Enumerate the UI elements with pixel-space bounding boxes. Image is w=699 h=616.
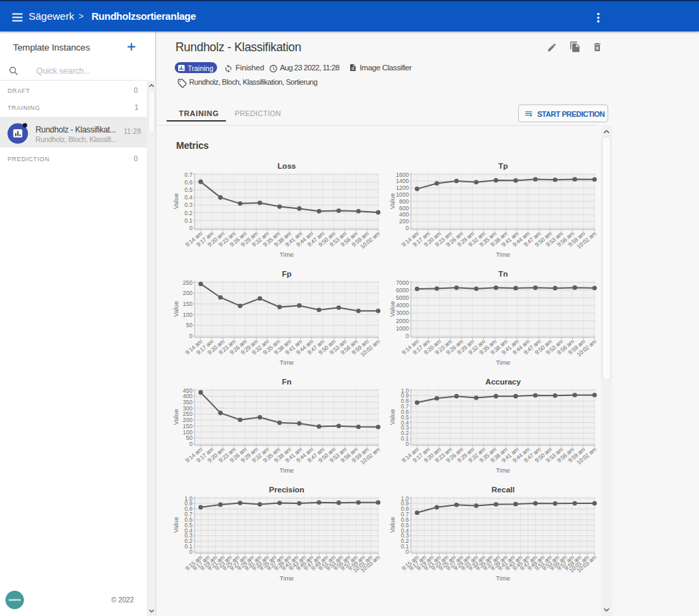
svg-text:600: 600 (399, 205, 409, 212)
svg-text:Time: Time (496, 251, 511, 258)
svg-text:0.1: 0.1 (184, 217, 192, 224)
svg-text:Time: Time (496, 466, 511, 474)
svg-text:0: 0 (405, 333, 409, 339)
svg-text:Tp: Tp (498, 162, 508, 170)
svg-text:Value: Value (172, 301, 180, 318)
svg-text:0.7: 0.7 (184, 171, 192, 178)
svg-text:1000: 1000 (396, 325, 409, 332)
svg-text:1.0: 1.0 (401, 387, 409, 394)
svg-text:250: 250 (183, 279, 192, 286)
svg-text:Value: Value (172, 193, 180, 210)
svg-text:Precision: Precision (269, 486, 304, 494)
svg-text:6000: 6000 (396, 287, 409, 294)
svg-text:0: 0 (405, 225, 409, 232)
svg-text:5000: 5000 (396, 294, 409, 301)
svg-text:Value: Value (172, 517, 180, 533)
svg-text:0: 0 (189, 333, 192, 339)
svg-text:Time: Time (280, 466, 294, 474)
svg-text:4000: 4000 (396, 302, 409, 309)
svg-text:Time: Time (496, 359, 511, 366)
svg-text:Accuracy: Accuracy (485, 378, 521, 386)
svg-text:150: 150 (183, 300, 192, 307)
svg-text:Time: Time (496, 574, 511, 582)
svg-text:Time: Time (280, 574, 294, 582)
svg-text:400: 400 (399, 211, 409, 218)
svg-text:300: 300 (183, 405, 192, 412)
svg-text:50: 50 (186, 322, 193, 328)
svg-text:0.5: 0.5 (184, 186, 192, 193)
svg-text:Fn: Fn (282, 378, 291, 386)
svg-text:450: 450 (183, 387, 192, 394)
svg-text:350: 350 (183, 399, 192, 406)
svg-text:0: 0 (189, 225, 192, 232)
svg-text:2000: 2000 (396, 318, 409, 324)
svg-text:1200: 1200 (396, 184, 409, 191)
svg-text:150: 150 (183, 423, 192, 430)
svg-text:Value: Value (388, 301, 396, 318)
svg-text:200: 200 (183, 290, 192, 296)
svg-text:1400: 1400 (396, 178, 409, 184)
svg-text:SIEMENS: SIEMENS (8, 598, 20, 602)
svg-text:Tn: Tn (498, 270, 508, 278)
svg-text:Recall: Recall (491, 486, 515, 494)
svg-text:Time: Time (280, 251, 294, 258)
svg-text:Value: Value (388, 517, 396, 533)
svg-text:0.6: 0.6 (184, 179, 192, 186)
svg-text:0: 0 (189, 440, 192, 447)
svg-text:200: 200 (183, 417, 192, 423)
svg-text:Fp: Fp (282, 270, 291, 278)
svg-text:1000: 1000 (396, 191, 409, 198)
svg-text:1.0: 1.0 (184, 495, 192, 502)
svg-text:400: 400 (183, 393, 192, 400)
svg-text:Time: Time (280, 359, 294, 366)
svg-text:3000: 3000 (396, 309, 409, 316)
svg-text:200: 200 (399, 218, 409, 225)
svg-text:0.3: 0.3 (184, 201, 192, 208)
svg-text:0.2: 0.2 (184, 210, 192, 216)
svg-text:Value: Value (172, 409, 180, 425)
svg-text:Value: Value (388, 409, 396, 425)
svg-text:1.0: 1.0 (401, 495, 409, 502)
svg-text:50: 50 (186, 434, 193, 441)
svg-text:1600: 1600 (396, 171, 409, 178)
svg-text:Loss: Loss (278, 162, 296, 170)
svg-text:Value: Value (388, 193, 396, 210)
svg-text:250: 250 (183, 410, 192, 417)
svg-text:800: 800 (399, 198, 409, 205)
svg-text:7000: 7000 (396, 279, 409, 286)
svg-text:100: 100 (183, 311, 192, 318)
svg-text:0.4: 0.4 (184, 194, 192, 201)
svg-text:100: 100 (183, 429, 192, 436)
